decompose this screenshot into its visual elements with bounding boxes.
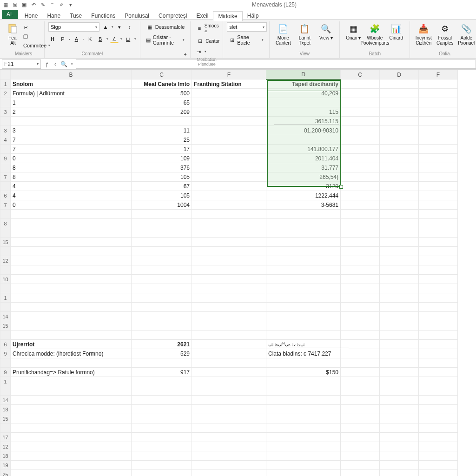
cell[interactable] xyxy=(341,405,380,414)
cell[interactable] xyxy=(266,358,341,368)
tab-compreteşl[interactable]: Compreteşl xyxy=(154,11,192,20)
cell[interactable] xyxy=(380,210,419,219)
cell[interactable] xyxy=(380,238,419,247)
cell[interactable] xyxy=(11,293,132,303)
cell[interactable] xyxy=(341,368,380,377)
row-header[interactable]: 19 xyxy=(0,461,11,470)
cell[interactable] xyxy=(341,396,380,405)
row-header[interactable]: 25 xyxy=(0,470,11,476)
row-header[interactable]: 17 xyxy=(0,433,11,442)
cell[interactable] xyxy=(11,247,132,256)
cell[interactable] xyxy=(341,98,380,107)
cut-icon[interactable]: ✂ xyxy=(21,23,30,32)
cell[interactable] xyxy=(419,340,458,349)
cell[interactable] xyxy=(341,163,380,172)
aolde-pxonuel-button[interactable]: 📎Aolde Pxonuel xyxy=(456,22,476,46)
cell[interactable] xyxy=(192,238,266,247)
cell[interactable] xyxy=(192,331,266,340)
row-header[interactable]: 6 xyxy=(0,340,11,349)
cell[interactable] xyxy=(132,451,192,461)
cell[interactable]: 2011.404 xyxy=(266,154,341,163)
cell[interactable]: 376 xyxy=(132,163,192,172)
cell[interactable] xyxy=(380,135,419,145)
cell[interactable]: 40,209 xyxy=(266,89,341,98)
cell[interactable]: 209 xyxy=(132,107,192,117)
cell[interactable] xyxy=(419,321,458,331)
cell[interactable] xyxy=(192,275,266,284)
cell[interactable] xyxy=(419,219,458,228)
fx-expand-icon[interactable]: ▾ xyxy=(68,60,76,68)
row-header[interactable]: 15 xyxy=(0,238,11,247)
cell[interactable] xyxy=(419,423,458,433)
cell[interactable] xyxy=(266,265,341,275)
cell[interactable] xyxy=(132,284,192,293)
cell[interactable] xyxy=(132,377,192,386)
cell[interactable] xyxy=(380,442,419,451)
cell[interactable] xyxy=(341,340,380,349)
cell[interactable] xyxy=(266,396,341,405)
tab-hälp[interactable]: Hälp xyxy=(243,11,264,20)
cell[interactable] xyxy=(11,321,132,331)
cell[interactable] xyxy=(419,163,458,172)
cell[interactable]: Franthing Sitation xyxy=(192,79,266,89)
cell[interactable] xyxy=(266,293,341,303)
cell[interactable] xyxy=(419,312,458,321)
cancel-formula-icon[interactable]: ƒ xyxy=(43,60,51,68)
cell[interactable] xyxy=(192,321,266,331)
cell[interactable] xyxy=(380,423,419,433)
cell[interactable] xyxy=(341,414,380,423)
cell[interactable] xyxy=(419,293,458,303)
cell[interactable]: 4 xyxy=(11,182,132,191)
row-header[interactable]: 15 xyxy=(0,321,11,331)
cell[interactable] xyxy=(341,117,380,126)
row-header[interactable]: 9 xyxy=(0,368,11,377)
cell[interactable] xyxy=(11,442,132,451)
col-header-C[interactable]: C xyxy=(341,70,380,79)
cell[interactable] xyxy=(341,386,380,396)
cell[interactable]: 115 xyxy=(266,107,341,117)
cell[interactable]: 500 xyxy=(132,89,192,98)
cantar-button[interactable]: ⊟Cantar xyxy=(194,36,221,46)
cell[interactable] xyxy=(419,396,458,405)
cell[interactable] xyxy=(419,117,458,126)
cell[interactable] xyxy=(192,256,266,265)
cell[interactable] xyxy=(380,321,419,331)
cell[interactable] xyxy=(380,126,419,135)
cell[interactable] xyxy=(419,135,458,145)
cell[interactable] xyxy=(266,405,341,414)
cell[interactable] xyxy=(192,340,266,349)
cell[interactable] xyxy=(132,414,192,423)
cell[interactable] xyxy=(419,414,458,423)
cell[interactable] xyxy=(380,172,419,182)
cell[interactable] xyxy=(266,228,341,238)
cell[interactable] xyxy=(380,256,419,265)
cell[interactable]: Chrecica modde: (lhoretiost Formno) xyxy=(11,349,132,358)
cell[interactable] xyxy=(192,89,266,98)
cell[interactable] xyxy=(11,238,132,247)
cell[interactable] xyxy=(132,405,192,414)
cell[interactable] xyxy=(380,79,419,89)
cell[interactable] xyxy=(341,303,380,312)
cell[interactable] xyxy=(132,396,192,405)
cell[interactable] xyxy=(192,368,266,377)
underline-a-button[interactable]: A xyxy=(72,35,80,43)
row-header[interactable] xyxy=(0,284,11,293)
tab-hane[interactable]: Hane xyxy=(42,11,65,20)
underline-icon[interactable]: ⊔ xyxy=(124,35,132,43)
cell[interactable]: 67 xyxy=(132,182,192,191)
cell[interactable] xyxy=(380,98,419,107)
cell[interactable] xyxy=(419,247,458,256)
cell[interactable]: 105 xyxy=(132,191,192,200)
cell[interactable] xyxy=(380,340,419,349)
cell[interactable] xyxy=(192,107,266,117)
cell[interactable]: 31.777 xyxy=(266,163,341,172)
cell[interactable] xyxy=(132,293,192,303)
cell[interactable] xyxy=(341,228,380,238)
cell[interactable]: 105 xyxy=(132,172,192,182)
cell[interactable] xyxy=(192,349,266,358)
cell[interactable] xyxy=(380,247,419,256)
fossal-canples-button[interactable]: ⚙Fossal Canples xyxy=(435,22,455,46)
cell[interactable] xyxy=(192,265,266,275)
view--button[interactable]: 🔍View ▾ xyxy=(316,22,336,41)
cell[interactable]: 917 xyxy=(132,368,192,377)
